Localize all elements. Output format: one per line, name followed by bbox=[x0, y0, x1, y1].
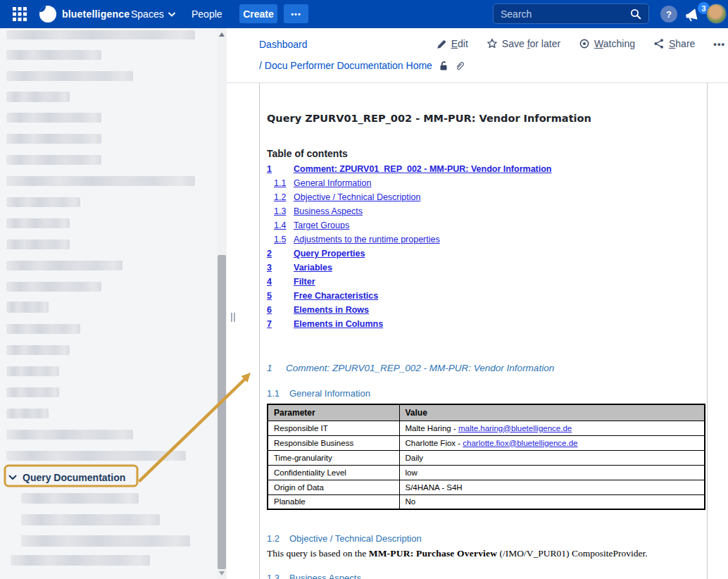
toc-entry: 3Variables bbox=[267, 263, 332, 277]
nav-spaces-label: Spaces bbox=[131, 8, 164, 20]
toc-entry-number[interactable]: 1.3 bbox=[274, 206, 294, 216]
sidebar-skeleton-item bbox=[6, 387, 59, 397]
toc-entry-link[interactable]: Query Properties bbox=[294, 249, 365, 259]
toc-entry-link[interactable]: Comment: ZPURV01_REP_002 - MM-PUR: Vendo… bbox=[294, 164, 552, 174]
breadcrumb: / Docu Performer Documentation Home bbox=[259, 60, 465, 71]
nav-people[interactable]: People bbox=[192, 0, 222, 28]
sidebar-resize-handle[interactable] bbox=[231, 313, 237, 322]
email-link[interactable]: charlotte.fiox@bluetelligence.de bbox=[463, 439, 577, 447]
paragraph-text: (/IMO/V_PUR01) CompositeProvider. bbox=[497, 548, 647, 559]
app-switcher-icon[interactable] bbox=[13, 0, 27, 28]
search-input[interactable] bbox=[501, 8, 630, 20]
section-1-2-heading: 1.2Objective / Technical Description bbox=[267, 533, 422, 544]
column-header-parameter: Parameter bbox=[268, 404, 399, 421]
section-title: Business Aspects bbox=[289, 573, 361, 579]
section-number: 1.1 bbox=[267, 388, 289, 399]
section-1-3-heading: 1.3Business Aspects bbox=[267, 573, 361, 579]
nav-more-button[interactable]: ••• bbox=[284, 4, 308, 23]
sidebar-skeleton-item bbox=[6, 451, 186, 461]
sidebar-skeleton-item bbox=[6, 134, 101, 144]
sidebar-skeleton-item bbox=[6, 282, 101, 292]
save-for-later-button[interactable]: Save for later bbox=[487, 38, 560, 49]
toc-entry: 2Query Properties bbox=[267, 249, 365, 263]
notifications-button[interactable]: 3 bbox=[684, 4, 705, 25]
save-for-later-label: Save for later bbox=[502, 38, 560, 49]
toc-entry-number[interactable]: 2 bbox=[267, 249, 294, 259]
toc-entry-number[interactable]: 3 bbox=[267, 263, 294, 273]
column-header-value: Value bbox=[399, 404, 705, 421]
toc-entry-link[interactable]: General Information bbox=[294, 178, 371, 188]
breadcrumb-dashboard[interactable]: Dashboard bbox=[259, 39, 308, 50]
sidebar-skeleton-item bbox=[6, 155, 101, 165]
paragraph-text: This query is based on the bbox=[267, 548, 369, 559]
value-cell: S/4HANA - S4H bbox=[399, 480, 705, 494]
toc-entry: 1Comment: ZPURV01_REP_002 - MM-PUR: Vend… bbox=[267, 164, 552, 178]
sidebar-item-query-documentation[interactable]: Query Documentation bbox=[8, 468, 125, 487]
watching-button[interactable]: Watching bbox=[579, 38, 635, 49]
sidebar: Query Documentation bbox=[0, 28, 217, 579]
toc-entry-number[interactable]: 5 bbox=[267, 291, 294, 301]
annotation-arrowhead bbox=[241, 373, 251, 382]
toc-entry-number[interactable]: 6 bbox=[267, 305, 294, 315]
toc-entry: 4Filter bbox=[267, 277, 315, 291]
toc-entry-link[interactable]: Business Aspects bbox=[294, 206, 363, 216]
search-icon[interactable] bbox=[630, 8, 641, 20]
sidebar-skeleton-item bbox=[6, 71, 133, 81]
search-box[interactable] bbox=[493, 4, 649, 24]
section-title: General Information bbox=[289, 388, 370, 399]
section-title: Comment: ZPURV01_REP_002 - MM-PUR: Vendo… bbox=[286, 363, 554, 373]
bluetelligence-logo-icon[interactable] bbox=[39, 0, 56, 28]
toc-entry-number[interactable]: 1.4 bbox=[274, 220, 294, 230]
toc-entry-number[interactable]: 1 bbox=[267, 164, 294, 174]
edit-label: Edit bbox=[451, 38, 468, 49]
toc-entry-link[interactable]: Adjustments to the runtime properties bbox=[294, 235, 440, 244]
document-page: Query ZPURV01_REP_002 - MM-PUR: Vendor I… bbox=[259, 83, 708, 579]
parameter-cell: Planable bbox=[268, 494, 399, 509]
email-link[interactable]: malte.haring@bluetelligence.de bbox=[458, 424, 572, 432]
toc-entry-number[interactable]: 7 bbox=[267, 319, 294, 329]
unlock-icon[interactable] bbox=[439, 61, 448, 71]
sidebar-skeleton-item bbox=[6, 50, 101, 60]
parameter-cell: Responsible Business bbox=[268, 435, 399, 450]
toc-entry-number[interactable]: 1.5 bbox=[274, 235, 294, 244]
edit-button[interactable]: Edit bbox=[437, 38, 468, 49]
sidebar-skeleton-item bbox=[21, 493, 139, 504]
page-more-button[interactable]: ••• bbox=[713, 39, 725, 49]
section-number: 1.3 bbox=[267, 573, 289, 579]
star-icon bbox=[487, 38, 498, 49]
toc-entry: 1.5Adjustments to the runtime properties bbox=[267, 235, 440, 249]
toc-heading: Table of contents bbox=[267, 148, 348, 159]
toc-entry-link[interactable]: Elements in Columns bbox=[294, 319, 383, 329]
scrollbar-thumb[interactable] bbox=[218, 255, 226, 569]
breadcrumb-doc-home[interactable]: / Docu Performer Documentation Home bbox=[259, 60, 432, 71]
section-1-heading: 1Comment: ZPURV01_REP_002 - MM-PUR: Vend… bbox=[267, 363, 554, 373]
nav-spaces[interactable]: Spaces bbox=[131, 0, 175, 28]
section-title: Objective / Technical Description bbox=[289, 533, 422, 544]
value-cell: low bbox=[399, 465, 705, 480]
table-row: Time-granularityDaily bbox=[268, 450, 705, 465]
user-avatar[interactable] bbox=[706, 4, 727, 24]
toc-entry-link[interactable]: Objective / Technical Description bbox=[294, 192, 420, 202]
help-icon[interactable]: ? bbox=[660, 6, 677, 23]
provider-name: MM-PUR: Purchase Overview bbox=[369, 548, 497, 559]
paperclip-icon[interactable] bbox=[455, 61, 465, 71]
sidebar-skeleton-item bbox=[6, 345, 70, 355]
toc-entry-link[interactable]: Variables bbox=[294, 263, 332, 273]
toc-entry-link[interactable]: Free Characteristics bbox=[294, 291, 378, 301]
toc-entry-number[interactable]: 4 bbox=[267, 277, 294, 287]
toc-entry-link[interactable]: Target Groups bbox=[294, 220, 349, 230]
scrollbar-down-arrow-icon[interactable] bbox=[219, 571, 225, 575]
toc-entry-link[interactable]: Elements in Rows bbox=[294, 305, 369, 315]
brand-name[interactable]: bluetelligence bbox=[62, 0, 130, 28]
sidebar-skeleton-item bbox=[11, 555, 150, 566]
create-button[interactable]: Create bbox=[239, 4, 277, 23]
sidebar-scrollbar[interactable] bbox=[217, 28, 227, 579]
toc-entry: 5Free Characteristics bbox=[267, 291, 378, 305]
toc-entry-number[interactable]: 1.2 bbox=[274, 192, 294, 202]
toc-entry: 6Elements in Rows bbox=[267, 305, 369, 319]
share-button[interactable]: Share bbox=[653, 38, 695, 49]
toc-entry-number[interactable]: 1.1 bbox=[274, 178, 294, 188]
share-icon bbox=[653, 38, 665, 49]
scrollbar-up-arrow-icon[interactable] bbox=[219, 32, 225, 37]
toc-entry-link[interactable]: Filter bbox=[294, 277, 315, 287]
